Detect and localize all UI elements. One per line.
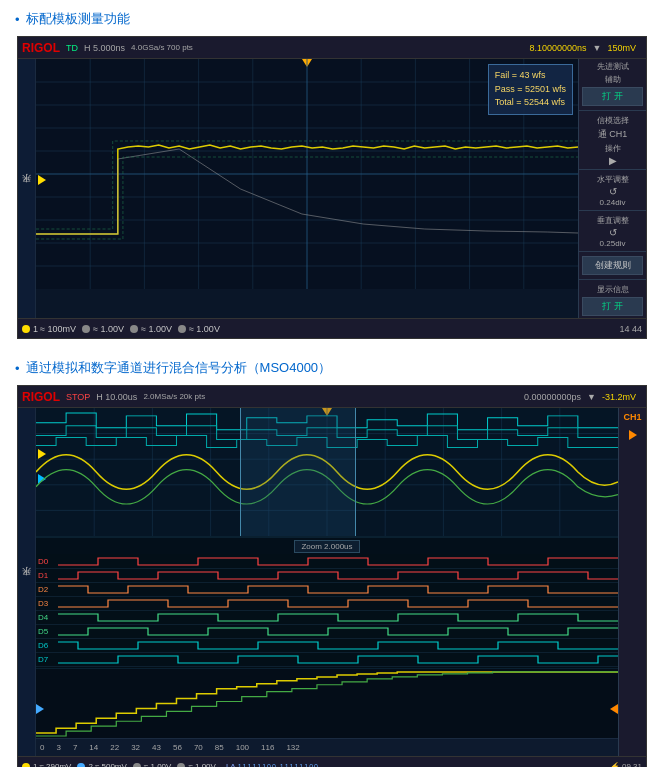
osc2-timebase: H 10.00us	[96, 392, 137, 402]
dig-d3-content	[58, 597, 618, 610]
dig-d4-content	[58, 611, 618, 624]
dig-row-d2: D2	[36, 583, 618, 597]
timeline-43: 43	[152, 743, 161, 752]
osc1-rp-hval: 0.24div	[582, 198, 643, 207]
dig-d7-content	[58, 653, 618, 666]
osc1-rp-operation: 操作	[582, 143, 643, 154]
osc2-ch4-val: ≈ 1.00V	[188, 762, 216, 767]
dig-d1-content	[58, 569, 618, 582]
osc2-topbar: RIGOL STOP H 10.00us 2.0MSa/s 20k pts 0.…	[18, 386, 646, 408]
osc1-rp-create-rule-btn[interactable]: 创建规则	[582, 256, 643, 275]
osc1-ch2: ≈ 1.00V	[82, 324, 124, 334]
osc1-rp-advtest-label: 先进测试	[582, 61, 643, 72]
osc1-rp-section2: 水平调整 ↺ 0.24div	[579, 169, 646, 208]
dig-row-d4: D4	[36, 611, 618, 625]
osc1-rp-ch: 通 CH1	[582, 128, 643, 141]
osc1-rp-rotate-icon[interactable]: ↺	[579, 186, 646, 197]
osc2-digital-channels: D0 D1	[36, 554, 618, 668]
osc2-ylabel-text: 水平	[20, 581, 33, 583]
osc1-trigger-time: 8.10000000ns	[529, 43, 586, 53]
osc1-ch1-dot	[22, 325, 30, 333]
osc1-logo: RIGOL	[22, 41, 60, 55]
osc2-ch3-dot	[133, 763, 141, 768]
osc1-rightpanel: 先进测试 辅助 打 开 信模选择 通 CH1 操作 ▶ 水平调整 ↺ 0.24d…	[578, 59, 646, 318]
osc1-ylabel-text: 水平	[20, 188, 33, 190]
osc2-zoom-region	[240, 408, 356, 536]
osc1-ylabel: 水平	[18, 59, 36, 318]
osc2-la-label: LA	[226, 762, 236, 767]
osc2-trigger-time: 0.00000000ps	[524, 392, 581, 402]
osc2-rightpanel: CH1	[618, 408, 646, 756]
osc2-ch1-val: ≈ 290mV	[39, 762, 71, 767]
osc1-ch4-val: ≈ 1.00V	[189, 324, 220, 334]
timeline-32: 32	[131, 743, 140, 752]
dig-row-d3: D3	[36, 597, 618, 611]
dig-d3-svg	[58, 597, 618, 611]
osc2-ylabel: 水平	[18, 408, 36, 756]
osc1-rp-vval: 0.25div	[582, 239, 643, 248]
osc2-ch1-marker-arrow	[629, 430, 637, 440]
osc2-ch2-num: 2	[88, 762, 92, 767]
osc2-ch3-ind: ≈ 1.00V	[133, 762, 172, 767]
osc1-rp-show-onoff-btn[interactable]: 打 开	[582, 297, 643, 316]
osc1-rp-vadjust: 垂直调整	[582, 215, 643, 226]
osc1-rp-section1: 信模选择 通 CH1 操作 ▶	[579, 110, 646, 167]
dig-row-d0: D0	[36, 555, 618, 569]
dig-d5-svg	[58, 625, 618, 639]
section1-link[interactable]: 标配模板测量功能	[15, 10, 649, 28]
osc1-bottombar: 1 ≈ 100mV ≈ 1.00V ≈ 1.00V ≈ 1.00V 14 44	[18, 318, 646, 338]
osc1-rp-onoff-btn[interactable]: 打 开	[582, 87, 643, 106]
osc1-rp-play-icon[interactable]: ▶	[579, 155, 646, 166]
osc2-ch2-val: ≈ 500mV	[95, 762, 127, 767]
osc2-ch1-num: 1	[33, 762, 37, 767]
dig-d1-label: D1	[36, 571, 58, 580]
dig-d3-label: D3	[36, 599, 58, 608]
osc1-ch1-num: 1	[33, 324, 38, 334]
timeline-3: 3	[56, 743, 60, 752]
osc2-ch2-ind: 2 ≈ 500mV	[77, 762, 126, 767]
osc2-lower-waveform	[36, 668, 618, 738]
dig-d1-svg	[58, 569, 618, 583]
osc1-rp-advtest-sub: 辅助	[582, 74, 643, 85]
section2-link[interactable]: 通过模拟和数字通道进行混合信号分析（MSO4000）	[15, 359, 649, 377]
osc1-rp-section4: 创建规则	[579, 251, 646, 277]
dig-d2-label: D2	[36, 585, 58, 594]
osc1-rp-vicon[interactable]: ↺	[579, 227, 646, 238]
dig-d6-svg	[58, 639, 618, 653]
osc2-body: 水平	[18, 408, 646, 756]
timeline-70: 70	[194, 743, 203, 752]
osc2-status: STOP	[66, 392, 90, 402]
osc1-ch2-dot	[82, 325, 90, 333]
osc1-rp-section3: 垂直调整 ↺ 0.25div	[579, 210, 646, 249]
dig-row-d5: D5	[36, 625, 618, 639]
osc1-fail: Fail = 43 wfs	[495, 69, 566, 83]
dig-d0-label: D0	[36, 557, 58, 566]
osc2-time: 09 31	[622, 762, 642, 767]
osc2-zoom-bar: Zoom 2.000us	[36, 538, 618, 554]
dig-row-d6: D6	[36, 639, 618, 653]
osc2-ch1-dot	[22, 763, 30, 768]
osc1-ch3-dot	[130, 325, 138, 333]
osc1-ch3: ≈ 1.00V	[130, 324, 172, 334]
osc2-volt-ref: -31.2mV	[602, 392, 636, 402]
osc1-ch4: ≈ 1.00V	[178, 324, 220, 334]
osc2-ch4-ind: ≈ 1.00V	[177, 762, 216, 767]
dig-d2-content	[58, 583, 618, 596]
osc1-body: 水平	[18, 59, 646, 318]
osc2-bottombar: 1 ≈ 290mV 2 ≈ 500mV ≈ 1.00V ≈ 1.00V LA 1…	[18, 756, 646, 767]
timeline-100: 100	[236, 743, 249, 752]
timeline-116: 116	[261, 743, 274, 752]
timeline-85: 85	[215, 743, 224, 752]
oscilloscope-2: RIGOL STOP H 10.00us 2.0MSa/s 20k pts 0.…	[17, 385, 647, 767]
dig-d7-svg	[58, 653, 618, 667]
osc1-trigger-icon: ▼	[593, 43, 602, 53]
osc2-ch2-dot	[77, 763, 85, 768]
osc2-samplerate: 2.0MSa/s 20k pts	[143, 392, 205, 401]
timeline-0: 0	[40, 743, 44, 752]
osc1-ch1-val: ≈ 100mV	[40, 324, 76, 334]
osc1-topbar: RIGOL TD H 5.000ns 4.0GSa/s 700 pts 8.10…	[18, 37, 646, 59]
osc1-pass: Pass = 52501 wfs	[495, 83, 566, 97]
osc2-zoom-label: Zoom 2.000us	[294, 540, 359, 553]
osc1-volt-ref: 150mV	[607, 43, 636, 53]
osc1-rp-section5: 显示信息 打 开	[579, 279, 646, 318]
